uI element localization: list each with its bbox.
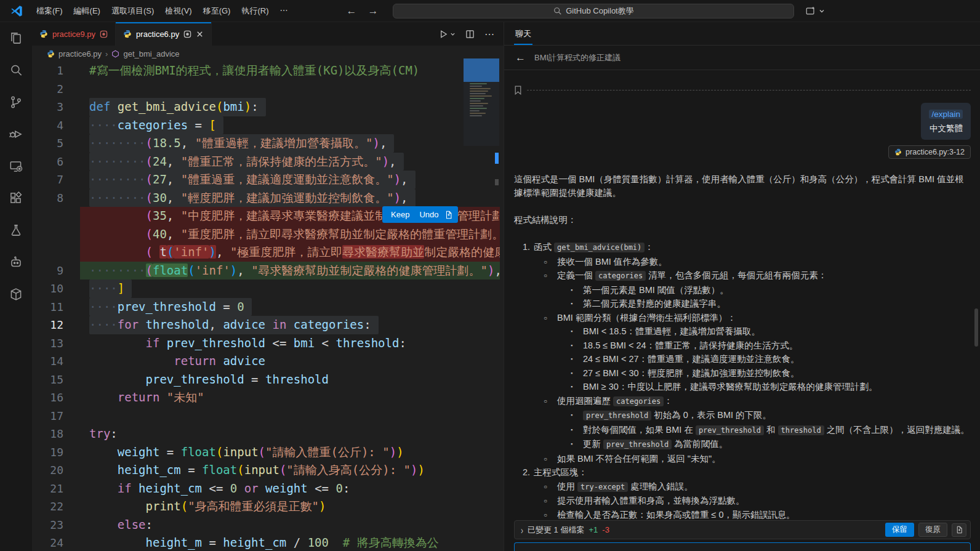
list-item-text: 第二個元素是對應的健康建議字串。 (583, 297, 726, 311)
tab-label: practice6.py (136, 30, 179, 39)
code-line-6[interactable]: 6········(24, "體重正常，請保持健康的生活方式。"), (32, 153, 500, 171)
nav-forward-icon[interactable]: → (367, 5, 378, 17)
tab-practice9[interactable]: practice9.py (32, 22, 116, 46)
code-line-17[interactable]: 17 (32, 407, 500, 425)
code-line-23[interactable]: 23 else: (32, 516, 500, 534)
code-editor[interactable]: 1#寫一個檢測BMI的程式，讓使用者輸入體重(KG)以及身高(CM)23def … (32, 62, 500, 551)
code-line-21[interactable]: 21 if height_cm <= 0 or weight <= 0: (32, 480, 500, 498)
menu-item-0[interactable]: 檔案(F) (31, 3, 68, 19)
activitybar-copilot-chat-icon[interactable] (0, 246, 32, 278)
activitybar-run-debug-icon[interactable] (0, 118, 32, 150)
code-line-7[interactable]: 7········(27, "體重過重，建議適度運動並注意飲食。"), (32, 171, 500, 189)
code-line-15[interactable]: 15 prev_threshold = threshold (32, 371, 500, 389)
code-line-8[interactable]: 8········(30, "輕度肥胖，建議加強運動並控制飲食。"), (32, 189, 500, 207)
code-line-deleted[interactable]: (40, "重度肥胖，請立即尋求醫療幫助並制定嚴格的體重管理計劃。"), (32, 225, 500, 244)
code-line-9[interactable]: 9········(float('inf'), "尋求醫療幫助並制定嚴格的健康管… (32, 262, 500, 280)
list-marker: ○ (544, 255, 557, 270)
list-item: ▪第一個元素是 BMI 閾值（浮點數）。 (514, 283, 971, 297)
breadcrumb-file[interactable]: practice6.py (58, 49, 102, 58)
code-line-18[interactable]: 18try: (32, 425, 500, 443)
undo-all-button[interactable]: 復原 (918, 523, 947, 537)
code-line-12[interactable]: 12····for threshold, advice in categorie… (32, 316, 500, 334)
scrollbar-marker[interactable] (495, 153, 499, 164)
more-actions-icon[interactable]: ⋯ (484, 28, 495, 40)
chat-input[interactable] (514, 542, 971, 551)
menu-item-1[interactable]: 編輯(E) (68, 3, 106, 19)
line-content: (40, "重度肥胖，請立即尋求醫療幫助並制定嚴格的體重管理計劃。"), (80, 225, 500, 244)
keep-all-button[interactable]: 保留 (885, 523, 914, 537)
scrollbar-handle[interactable] (495, 179, 499, 185)
code-line-22[interactable]: 22 print("身高和體重必須是正數") (32, 497, 500, 516)
activitybar-extensions-icon[interactable] (0, 182, 32, 214)
code-line-16[interactable]: 16 return "未知" (32, 388, 500, 407)
run-button[interactable] (439, 30, 456, 39)
activitybar-testing-icon[interactable] (0, 214, 32, 246)
code-line-13[interactable]: 13 if prev_threshold <= bmi < threshold: (32, 334, 500, 353)
line-number: 3 (32, 98, 80, 116)
symbol-method-icon (111, 50, 119, 58)
code-line-5[interactable]: 5········(18.5, "體重過輕，建議增加營養攝取。"), (32, 134, 500, 153)
line-content: if prev_threshold <= bmi < threshold: (80, 334, 500, 353)
code-line-deleted[interactable]: ( t('inf'), "極重度肥胖，請立即尋求醫療幫助並制定嚴格的健康管理計劃… (32, 243, 500, 262)
line-number: 4 (32, 116, 80, 135)
code-line-2[interactable]: 2 (32, 80, 500, 99)
modified-indicator-icon[interactable] (100, 30, 108, 38)
minimap-selection (464, 58, 499, 82)
code-line-24[interactable]: 24 height_m = height_cm / 100 # 將身高轉換為公 (32, 534, 500, 551)
changed-files-bar[interactable]: › 已變更 1 個檔案 +1 -3 保留 復原 (514, 520, 971, 539)
activitybar-search-icon[interactable] (0, 54, 32, 86)
extensions-icon (8, 190, 24, 206)
chat-scrollbar[interactable] (974, 308, 978, 347)
file-diff-icon (955, 526, 963, 534)
code-line-14[interactable]: 14 return advice (32, 352, 500, 371)
code-line-3[interactable]: 3def get_bmi_advice(bmi): (32, 98, 500, 116)
nav-back-icon[interactable]: ← (346, 5, 356, 17)
line-number: 5 (32, 134, 80, 153)
line-number: 10 (32, 280, 80, 298)
back-arrow-icon[interactable]: ← (515, 52, 526, 64)
remote-explorer-icon (8, 158, 24, 174)
breadcrumb[interactable]: practice6.py › get_bmi_advice (32, 46, 504, 62)
view-file-icon[interactable] (444, 211, 453, 219)
menu-item-4[interactable]: 移至(G) (198, 3, 236, 19)
menu-item-3[interactable]: 檢視(V) (159, 3, 197, 19)
command-center-search[interactable]: GitHub Copilot教學 (393, 4, 794, 18)
code-line-4[interactable]: 4····categories = [ (32, 116, 500, 135)
undo-button[interactable]: Undo (416, 210, 442, 219)
attachment-chip[interactable]: practice6.py:3-12 (888, 145, 971, 159)
code-line-1[interactable]: 1#寫一個檢測BMI的程式，讓使用者輸入體重(KG)以及身高(CM) (32, 62, 500, 80)
keep-button[interactable]: Keep (387, 210, 413, 219)
explorer-icon (8, 30, 24, 46)
tab-chat[interactable]: 聊天 (514, 23, 532, 45)
list-marker: ▪ (571, 352, 583, 366)
line-content: ····] (80, 280, 500, 298)
menu-item-2[interactable]: 選取項目(S) (106, 3, 159, 19)
list-marker: 2. (523, 465, 534, 480)
chevron-right-icon[interactable]: › (521, 524, 523, 536)
list-marker: ▪ (571, 366, 583, 380)
editor-group: practice9.py practice6.py (32, 22, 504, 551)
activitybar-remote-explorer-icon[interactable] (0, 150, 32, 182)
chevron-down-icon (450, 31, 456, 37)
code-line-19[interactable]: 19 weight = float(input("請輸入體重(公斤): ")) (32, 443, 500, 462)
menu-item-5[interactable]: 執行(R) (236, 3, 274, 19)
line-number: 2 (32, 80, 80, 99)
activitybar-containers-icon[interactable] (0, 278, 32, 310)
menu-item-6[interactable]: ⋯ (274, 3, 293, 19)
layout-copilot-button[interactable] (805, 6, 825, 17)
menu-bar: 檔案(F)編輯(E)選取項目(S)檢視(V)移至(G)執行(R)⋯ (31, 3, 293, 19)
code-line-11[interactable]: 11····prev_threshold = 0 (32, 298, 500, 316)
line-number: 24 (32, 534, 80, 551)
minimap[interactable] (464, 58, 499, 146)
close-icon[interactable] (196, 30, 204, 38)
code-line-20[interactable]: 20 height_cm = float(input("請輸入身高(公分): "… (32, 461, 500, 480)
code-line-10[interactable]: 10····] (32, 280, 500, 298)
view-changed-files-button[interactable] (952, 523, 966, 537)
activitybar-explorer-icon[interactable] (0, 22, 32, 54)
tab-practice6[interactable]: practice6.py (116, 22, 212, 46)
split-editor-icon[interactable] (465, 30, 475, 39)
activitybar-source-control-icon[interactable] (0, 86, 32, 118)
modified-indicator-icon[interactable] (183, 30, 191, 38)
bookmark-icon[interactable] (514, 86, 522, 95)
breadcrumb-symbol[interactable]: get_bmi_advice (123, 49, 179, 58)
